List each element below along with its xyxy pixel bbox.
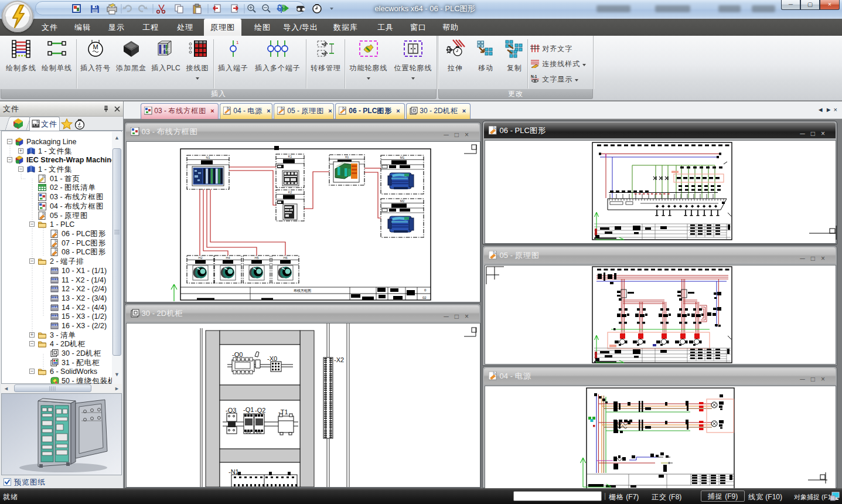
svg-text:N1: N1 [206, 156, 210, 159]
svg-text:N-1: N-1 [531, 74, 537, 79]
svg-text:-N1: -N1 [229, 468, 239, 475]
svg-text:M1: M1 [400, 156, 405, 159]
svg-text:M2: M2 [400, 199, 405, 203]
svg-text:1: 1 [236, 40, 239, 45]
svg-text:-X2: -X2 [334, 356, 344, 363]
svg-text:H2: H2 [198, 256, 202, 260]
svg-text:-Q2: -Q2 [255, 407, 265, 414]
svg-text:M: M [93, 43, 98, 50]
svg-text:-Q1: -Q1 [243, 406, 254, 413]
svg-text:PLC: PLC [162, 47, 171, 52]
svg-text:H4: H4 [226, 256, 230, 260]
svg-text:-X0: -X0 [267, 355, 277, 362]
svg-text:H5: H5 [254, 256, 258, 260]
svg-text:X1: X1 [345, 155, 349, 159]
svg-text:布线方框图: 布线方框图 [294, 288, 311, 293]
svg-text:02: 02 [422, 296, 427, 299]
svg-text:K2: K2 [288, 190, 292, 194]
svg-text:-Q3: -Q3 [226, 407, 236, 414]
svg-text:-Q0: -Q0 [232, 351, 243, 358]
svg-text:K1: K1 [288, 155, 292, 158]
svg-text:H6: H6 [283, 256, 287, 260]
